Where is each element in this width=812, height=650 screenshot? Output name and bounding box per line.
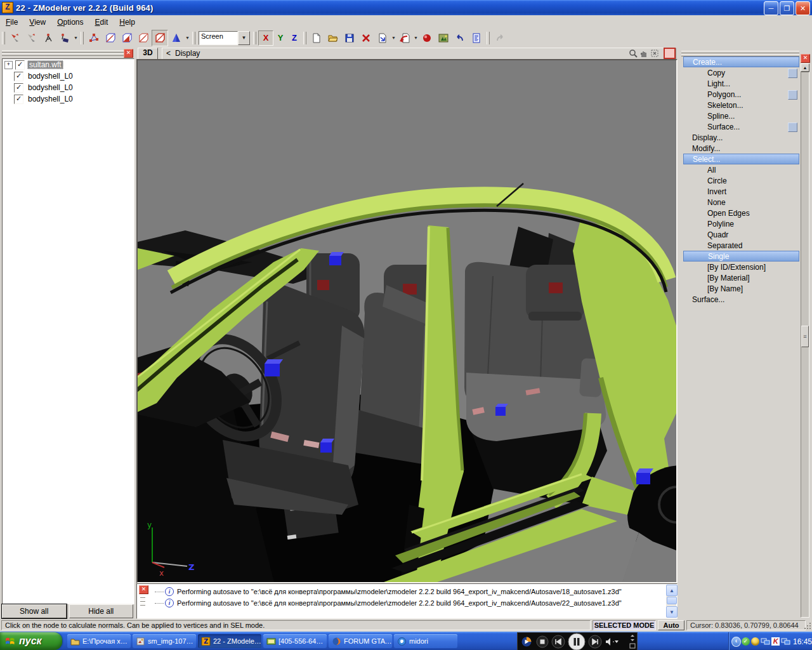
- new-file-icon[interactable]: [308, 30, 325, 46]
- close-panel-icon[interactable]: ✕: [124, 49, 133, 58]
- edges-mode-icon[interactable]: [102, 30, 119, 46]
- close-command-panel-icon[interactable]: ✕: [801, 54, 810, 63]
- network-icon-2[interactable]: [781, 637, 790, 647]
- export-dropdown-icon[interactable]: ▼: [391, 30, 396, 46]
- menu-edit[interactable]: Edit: [89, 17, 114, 28]
- close-log-icon[interactable]: ✕: [139, 585, 148, 594]
- visibility-checkbox[interactable]: ✓: [14, 83, 23, 93]
- pan-hand-icon[interactable]: [639, 49, 648, 58]
- scroll-thumb-icon[interactable]: ≡: [801, 326, 809, 347]
- messenger-icon[interactable]: [751, 637, 761, 647]
- volume-button[interactable]: [605, 637, 619, 647]
- tree-item-bodyshell[interactable]: ✓ bodyshell_L0: [3, 70, 134, 82]
- material-editor-icon[interactable]: [419, 30, 435, 46]
- tree-item-bodyshell[interactable]: ✓ bodyshell_L0: [3, 93, 134, 105]
- select-tool-icon[interactable]: [7, 30, 23, 46]
- restore-button[interactable]: ❐: [780, 1, 794, 15]
- tree-item-bodyshell[interactable]: ✓ bodyshell_L0: [3, 82, 134, 93]
- toolbar-expand-icon[interactable]: [629, 634, 636, 649]
- view-mode-button[interactable]: 3D: [138, 48, 158, 60]
- screen-combo[interactable]: Screen ▼: [199, 32, 250, 44]
- scene-canvas[interactable]: y x Z: [138, 60, 676, 582]
- scroll-up-icon[interactable]: ▲: [801, 63, 809, 72]
- undo-icon[interactable]: [452, 30, 468, 46]
- command-panel-scrollbar[interactable]: ✕ ▲ ≡: [801, 54, 809, 618]
- vertices-mode-icon[interactable]: [86, 30, 102, 46]
- save-file-icon[interactable]: [341, 30, 358, 46]
- breadcrumb-back[interactable]: <: [166, 49, 171, 58]
- cmd-spline[interactable]: Spline...: [683, 110, 799, 121]
- pause-button[interactable]: [568, 633, 586, 650]
- export-icon[interactable]: [374, 30, 391, 46]
- task-media-file[interactable]: [405-556-640]...: [263, 634, 327, 648]
- cmd-select-circle[interactable]: Circle: [683, 175, 799, 186]
- option-box-icon[interactable]: [788, 123, 797, 132]
- option-box-icon[interactable]: [788, 90, 797, 100]
- cmd-select-quadr[interactable]: Quadr: [683, 229, 799, 240]
- cone-primitive-icon[interactable]: [168, 30, 185, 46]
- task-image-viewer[interactable]: sm_img-10756...: [133, 634, 196, 648]
- deselect-tool-icon[interactable]: [23, 30, 40, 46]
- cmd-polygon[interactable]: Polygon...: [683, 89, 799, 100]
- cmd-skeleton[interactable]: Skeleton...: [683, 100, 799, 110]
- cmd-select-all[interactable]: All: [683, 164, 799, 175]
- tree-item-label[interactable]: bodyshell_L0: [26, 72, 75, 81]
- cmd-modify[interactable]: Modify...: [683, 143, 799, 154]
- panel-gripper[interactable]: [2, 53, 133, 56]
- scroll-down-icon[interactable]: ▼: [666, 606, 678, 618]
- close-button[interactable]: ✕: [796, 1, 810, 15]
- start-button[interactable]: пуск: [0, 632, 62, 650]
- tool-dropdown-icon[interactable]: ▼: [73, 30, 79, 46]
- task-zmodeler[interactable]: Z 22 - ZModeler ...: [198, 634, 261, 648]
- cmd-surface-create[interactable]: Surface...: [683, 121, 799, 132]
- polygons-mode-icon[interactable]: [119, 30, 135, 46]
- visibility-checkbox[interactable]: ✓: [14, 72, 23, 81]
- cmd-select-by-id[interactable]: [By ID/Extension]: [683, 262, 799, 272]
- cmd-select-none[interactable]: None: [683, 197, 799, 208]
- option-box-icon[interactable]: [788, 69, 797, 78]
- next-button[interactable]: [588, 635, 602, 649]
- cmd-select-by-name[interactable]: [By Name]: [683, 283, 799, 294]
- minimize-button[interactable]: ─: [764, 1, 778, 15]
- objects-mode-icon[interactable]: [135, 30, 152, 46]
- cmd-surface[interactable]: Surface...: [683, 294, 799, 305]
- previous-button[interactable]: [551, 635, 565, 649]
- open-file-icon[interactable]: [325, 30, 341, 46]
- show-all-button[interactable]: Show all: [2, 604, 67, 618]
- objects-mode-active-icon[interactable]: [152, 30, 168, 46]
- tree-item-label[interactable]: bodyshell_L0: [26, 83, 75, 92]
- viewport-3d[interactable]: y x Z: [136, 59, 678, 583]
- zoom-icon[interactable]: [629, 49, 638, 58]
- hide-all-button[interactable]: Hide all: [69, 604, 134, 618]
- scroll-up-icon[interactable]: ▲: [666, 585, 678, 596]
- antivirus-ok-icon[interactable]: ✓: [741, 637, 750, 647]
- menu-help[interactable]: Help: [114, 17, 141, 28]
- tree-item-sultan[interactable]: + ✓ sultan.wft: [3, 59, 134, 70]
- tree-item-label[interactable]: bodyshell_L0: [26, 95, 75, 103]
- task-firefox[interactable]: FORUM GTA 4,...: [329, 634, 392, 648]
- cmd-select[interactable]: Select...: [683, 154, 799, 164]
- cmd-display[interactable]: Display...: [683, 132, 799, 143]
- axis-z-button[interactable]: Z: [287, 31, 301, 45]
- clock[interactable]: 16:45: [793, 637, 812, 646]
- cmd-select-open-edges[interactable]: Open Edges: [683, 208, 799, 218]
- menu-view[interactable]: View: [23, 17, 51, 28]
- breadcrumb-label[interactable]: Display: [175, 49, 200, 58]
- panel-gripper[interactable]: [2, 50, 133, 53]
- tray-collapse-icon[interactable]: ‹: [731, 637, 741, 647]
- zoom-extents-icon[interactable]: [650, 49, 659, 58]
- task-midori[interactable]: midori: [394, 634, 457, 648]
- auto-button[interactable]: Auto: [658, 620, 684, 630]
- bones-mode-icon[interactable]: [40, 30, 56, 46]
- kaspersky-icon[interactable]: K: [771, 637, 780, 647]
- cmd-select-single[interactable]: Single: [683, 251, 799, 262]
- scroll-thumb[interactable]: [667, 597, 677, 604]
- attach-tool-icon[interactable]: [56, 30, 73, 46]
- cmd-select-separated[interactable]: Separated: [683, 240, 799, 251]
- visibility-checkbox[interactable]: ✓: [15, 60, 25, 70]
- texture-browser-icon[interactable]: [435, 30, 452, 46]
- tree-item-label[interactable]: sultan.wft: [27, 60, 63, 69]
- axis-x-button[interactable]: X: [258, 30, 273, 46]
- cmd-copy[interactable]: Copy: [683, 67, 799, 78]
- primitive-dropdown-icon[interactable]: ▼: [185, 30, 190, 46]
